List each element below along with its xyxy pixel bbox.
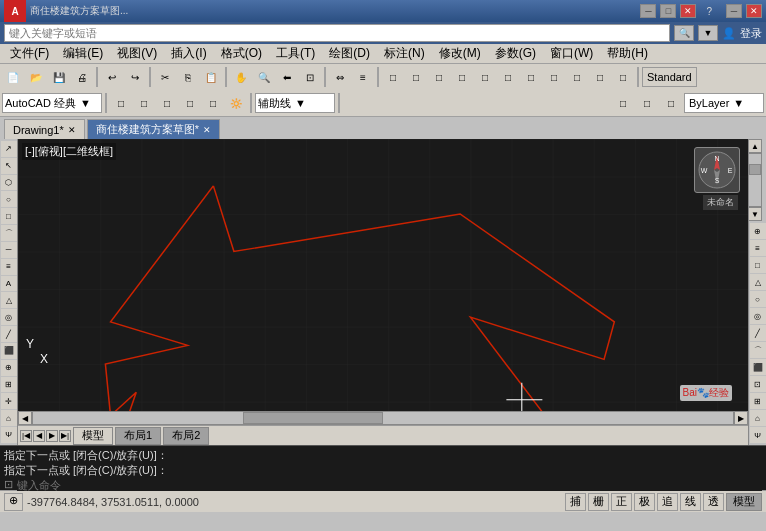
restore-button[interactable]: □ bbox=[660, 4, 676, 18]
nav-prev[interactable]: ◀ bbox=[33, 430, 45, 442]
menu-file[interactable]: 文件(F) bbox=[4, 44, 55, 63]
bylayer-dropdown[interactable]: ByLayer ▼ bbox=[684, 93, 764, 113]
tb2-b2[interactable]: □ bbox=[133, 92, 155, 114]
user-login[interactable]: 登录 bbox=[740, 26, 762, 41]
menu-tools[interactable]: 工具(T) bbox=[270, 44, 321, 63]
tb2-b1[interactable]: □ bbox=[110, 92, 132, 114]
rt-b4[interactable]: △ bbox=[750, 274, 766, 290]
lt-fill[interactable]: ⬛ bbox=[1, 343, 17, 359]
tb-new[interactable]: 📄 bbox=[2, 66, 24, 88]
lt-diag[interactable]: ╱ bbox=[1, 326, 17, 342]
status-lineweight-btn[interactable]: 线 bbox=[680, 493, 701, 511]
minimize-button[interactable]: ─ bbox=[640, 4, 656, 18]
rt-b12[interactable]: ⌂ bbox=[750, 410, 766, 426]
tb-b5[interactable]: □ bbox=[474, 66, 496, 88]
menu-dimension[interactable]: 标注(N) bbox=[378, 44, 431, 63]
layer-dropdown[interactable]: 辅助线 ▼ bbox=[255, 93, 335, 113]
lt-snap[interactable]: ⊕ bbox=[1, 360, 17, 376]
tb-redo[interactable]: ↪ bbox=[124, 66, 146, 88]
tb-b7[interactable]: □ bbox=[520, 66, 542, 88]
tb-paste[interactable]: 📋 bbox=[200, 66, 222, 88]
menu-draw[interactable]: 绘图(D) bbox=[323, 44, 376, 63]
lt-arc[interactable]: ⌒ bbox=[1, 225, 17, 241]
tb-zoom-ext[interactable]: ⊡ bbox=[299, 66, 321, 88]
rt-b10[interactable]: ⊡ bbox=[750, 376, 766, 392]
scroll-down-button[interactable]: ▼ bbox=[748, 207, 762, 221]
menu-help[interactable]: 帮助(H) bbox=[601, 44, 654, 63]
sub-minimize-button[interactable]: ─ bbox=[726, 4, 742, 18]
rt-b8[interactable]: ⌒ bbox=[750, 342, 766, 358]
tb-save[interactable]: 💾 bbox=[48, 66, 70, 88]
status-model[interactable]: 模型 bbox=[726, 493, 762, 511]
rt-b9[interactable]: ⬛ bbox=[750, 359, 766, 375]
model-tab-layout1[interactable]: 布局1 bbox=[115, 427, 161, 445]
search-button[interactable]: 🔍 bbox=[674, 25, 694, 41]
draw-area[interactable]: [-][俯视][二维线框] N S W E 未命名 Y X Bai🐾经验 bbox=[18, 139, 748, 411]
lt-line[interactable]: ─ bbox=[1, 242, 17, 258]
status-grid-btn[interactable]: 栅 bbox=[588, 493, 609, 511]
tb-pan[interactable]: ✋ bbox=[230, 66, 252, 88]
tb2-layer3[interactable]: □ bbox=[660, 92, 682, 114]
status-track-btn[interactable]: 追 bbox=[657, 493, 678, 511]
tb-cut[interactable]: ✂ bbox=[154, 66, 176, 88]
lt-polygon[interactable]: ⬡ bbox=[1, 175, 17, 191]
lt-circle[interactable]: ○ bbox=[1, 191, 17, 207]
close-button[interactable]: ✕ bbox=[680, 4, 696, 18]
status-snap[interactable]: ⊕ bbox=[4, 493, 23, 511]
lt-hatch[interactable]: ≡ bbox=[1, 259, 17, 275]
rt-b13[interactable]: Ψ bbox=[750, 427, 766, 443]
tb-b10[interactable]: □ bbox=[589, 66, 611, 88]
rt-b11[interactable]: ⊞ bbox=[750, 393, 766, 409]
nav-last[interactable]: ▶| bbox=[59, 430, 71, 442]
tb-undo[interactable]: ↩ bbox=[101, 66, 123, 88]
menu-edit[interactable]: 编辑(E) bbox=[57, 44, 109, 63]
model-tab-model[interactable]: 模型 bbox=[73, 427, 113, 445]
rt-b6[interactable]: ◎ bbox=[750, 308, 766, 324]
search-input[interactable] bbox=[4, 24, 670, 42]
scroll-up-button[interactable]: ▲ bbox=[748, 139, 762, 153]
lt-rect[interactable]: □ bbox=[1, 208, 17, 224]
v-scrollbar[interactable] bbox=[748, 153, 762, 207]
tab-commercial[interactable]: 商住楼建筑方案草图* ✕ bbox=[87, 119, 220, 139]
tb-open[interactable]: 📂 bbox=[25, 66, 47, 88]
rt-b3[interactable]: □ bbox=[750, 257, 766, 273]
lt-ring[interactable]: ◎ bbox=[1, 309, 17, 325]
tb2-layer2[interactable]: □ bbox=[636, 92, 658, 114]
workspace-dropdown[interactable]: AutoCAD 经典 ▼ bbox=[2, 93, 102, 113]
nav-next[interactable]: ▶ bbox=[46, 430, 58, 442]
tb2-b6[interactable]: 🔆 bbox=[225, 92, 247, 114]
scroll-left-button[interactable]: ◀ bbox=[18, 411, 32, 425]
sub-close-button[interactable]: ✕ bbox=[746, 4, 762, 18]
tb-prop[interactable]: ≡ bbox=[352, 66, 374, 88]
tb-b4[interactable]: □ bbox=[451, 66, 473, 88]
status-ortho-btn[interactable]: 正 bbox=[611, 493, 632, 511]
tb-b6[interactable]: □ bbox=[497, 66, 519, 88]
tb-b9[interactable]: □ bbox=[566, 66, 588, 88]
tb-b8[interactable]: □ bbox=[543, 66, 565, 88]
lt-grid[interactable]: ⊞ bbox=[1, 377, 17, 393]
tab-drawing1-close[interactable]: ✕ bbox=[68, 125, 76, 135]
menu-param[interactable]: 参数(G) bbox=[489, 44, 542, 63]
menu-format[interactable]: 格式(O) bbox=[215, 44, 268, 63]
lt-text[interactable]: A bbox=[1, 276, 17, 292]
status-polar-btn[interactable]: 极 bbox=[634, 493, 655, 511]
rt-b7[interactable]: ╱ bbox=[750, 325, 766, 341]
tb-b2[interactable]: □ bbox=[405, 66, 427, 88]
h-scrollbar[interactable] bbox=[32, 411, 734, 425]
lt-select2[interactable]: ↖ bbox=[1, 158, 17, 174]
tb-b11[interactable]: □ bbox=[612, 66, 634, 88]
tb2-b3[interactable]: □ bbox=[156, 92, 178, 114]
help-button[interactable]: ? bbox=[706, 6, 712, 17]
rt-b5[interactable]: ○ bbox=[750, 291, 766, 307]
scroll-right-button[interactable]: ▶ bbox=[734, 411, 748, 425]
model-tab-layout2[interactable]: 布局2 bbox=[163, 427, 209, 445]
rt-b1[interactable]: ⊕ bbox=[750, 223, 766, 239]
search-extra-button[interactable]: ▼ bbox=[698, 25, 718, 41]
nav-first[interactable]: |◀ bbox=[20, 430, 32, 442]
tab-commercial-close[interactable]: ✕ bbox=[203, 125, 211, 135]
tb2-b4[interactable]: □ bbox=[179, 92, 201, 114]
lt-select[interactable]: ↗ bbox=[1, 141, 17, 157]
tb2-b5[interactable]: □ bbox=[202, 92, 224, 114]
menu-insert[interactable]: 插入(I) bbox=[165, 44, 212, 63]
tb-zoom-prev[interactable]: ⬅ bbox=[276, 66, 298, 88]
